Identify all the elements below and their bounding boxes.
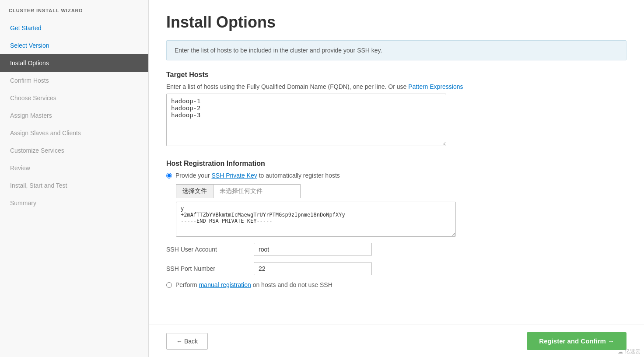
- watermark-text: 亿速云: [625, 348, 640, 355]
- sidebar-item-install-options[interactable]: Install Options: [0, 54, 148, 72]
- sidebar-title: CLUSTER INSTALL WIZARD: [0, 0, 148, 19]
- sidebar-item-get-started[interactable]: Get Started: [0, 19, 148, 37]
- target-hosts-desc-text: Enter a list of hosts using the Fully Qu…: [166, 83, 406, 90]
- target-hosts-desc: Enter a list of hosts using the Fully Qu…: [166, 83, 626, 90]
- manual-registration-link[interactable]: manual registration: [199, 281, 251, 288]
- choose-file-button[interactable]: 选择文件: [176, 184, 213, 198]
- ssh-port-input[interactable]: [254, 262, 372, 275]
- radio-manual-label: Perform manual registration on hosts and…: [175, 281, 332, 288]
- register-confirm-button[interactable]: Register and Confirm →: [527, 332, 626, 350]
- bottom-bar: ← Back Register and Confirm →: [149, 325, 644, 357]
- target-hosts-title: Target Hosts: [166, 71, 626, 79]
- host-registration-section: Host Registration Information Provide yo…: [166, 160, 626, 288]
- radio-ssh-key-row: Provide your SSH Private Key to automati…: [166, 172, 626, 179]
- file-no-file-label: 未选择任何文件: [213, 184, 301, 198]
- ssh-port-label: SSH Port Number: [166, 265, 254, 272]
- ssh-port-row: SSH Port Number: [166, 262, 626, 275]
- ssh-key-textarea[interactable]: [176, 202, 456, 237]
- ssh-user-label: SSH User Account: [166, 246, 254, 253]
- watermark-icon: ☁: [618, 349, 623, 355]
- radio-ssh-key[interactable]: [166, 173, 172, 178]
- ssh-private-key-link[interactable]: SSH Private Key: [211, 172, 257, 179]
- sidebar-item-install-start-test: Install, Start and Test: [0, 177, 148, 194]
- sidebar-item-summary: Summary: [0, 194, 148, 212]
- sidebar-item-assign-slaves: Assign Slaves and Clients: [0, 124, 148, 142]
- target-hosts-section: Target Hosts Enter a list of hosts using…: [166, 71, 626, 147]
- pattern-expressions-link[interactable]: Pattern Expressions: [408, 83, 463, 90]
- sidebar-item-review: Review: [0, 159, 148, 177]
- host-reg-title: Host Registration Information: [166, 160, 626, 168]
- sidebar: CLUSTER INSTALL WIZARD Get Started Selec…: [0, 0, 149, 357]
- main-content: Install Options Enter the list of hosts …: [149, 0, 644, 357]
- radio-ssh-key-label: Provide your SSH Private Key to automati…: [175, 172, 340, 179]
- sidebar-item-choose-services: Choose Services: [0, 89, 148, 107]
- hosts-input[interactable]: [166, 94, 446, 146]
- sidebar-item-customize-services: Customize Services: [0, 142, 148, 159]
- sidebar-item-confirm-hosts: Confirm Hosts: [0, 72, 148, 89]
- sidebar-item-assign-masters: Assign Masters: [0, 107, 148, 124]
- ssh-user-input[interactable]: [254, 243, 372, 256]
- radio-manual-row: Perform manual registration on hosts and…: [166, 281, 626, 288]
- sidebar-item-select-version[interactable]: Select Version: [0, 37, 148, 54]
- radio-manual[interactable]: [166, 282, 172, 288]
- watermark: ☁ 亿速云: [618, 348, 640, 355]
- page-title: Install Options: [166, 13, 626, 32]
- info-box: Enter the list of hosts to be included i…: [166, 40, 626, 60]
- ssh-user-row: SSH User Account: [166, 243, 626, 256]
- file-chooser-row: 选择文件 未选择任何文件: [176, 184, 626, 198]
- back-button[interactable]: ← Back: [166, 333, 208, 350]
